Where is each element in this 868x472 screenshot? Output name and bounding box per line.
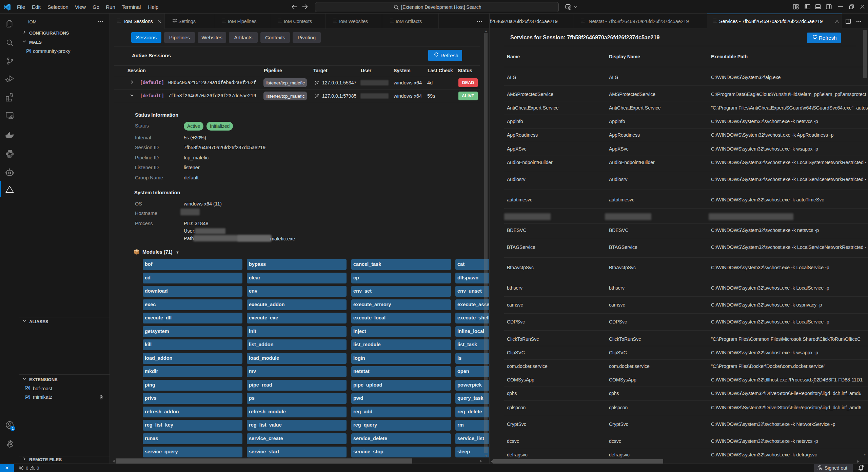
svg-text:[: [ xyxy=(24,394,27,399)
svg-text:[: [ xyxy=(25,48,28,53)
svg-text:]: ] xyxy=(28,386,30,391)
svg-text:[: [ xyxy=(24,386,27,391)
svg-text:]: ] xyxy=(28,394,30,399)
svg-text:]: ] xyxy=(29,48,31,53)
